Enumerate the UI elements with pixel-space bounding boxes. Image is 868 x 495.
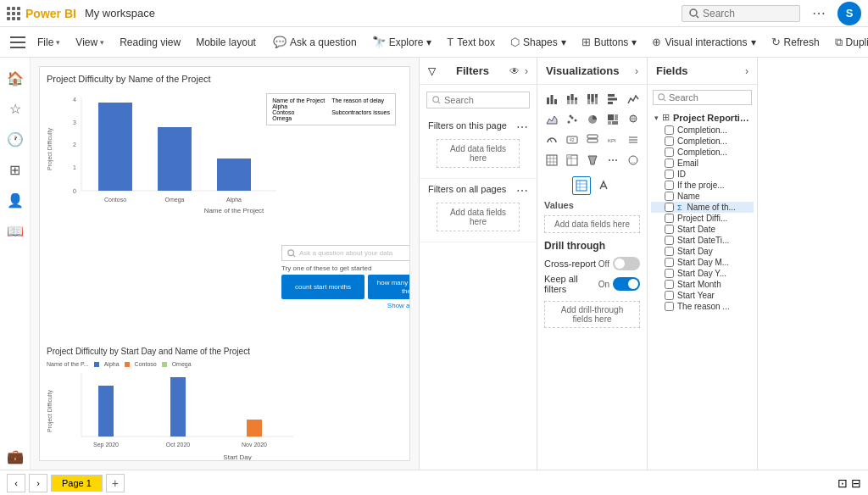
viz-area-chart-icon[interactable] <box>542 110 561 129</box>
field-item-if-project[interactable]: If the proje... <box>651 180 754 191</box>
field-name-checkbox[interactable] <box>665 192 674 201</box>
viz-100-stacked-bar-icon[interactable] <box>583 90 602 108</box>
filters-this-page-more-icon[interactable]: ⋯ <box>516 120 528 134</box>
viz-custom-icon[interactable]: ... <box>624 151 643 170</box>
visual-interactions-action[interactable]: ⊕ Visual interactions ▾ <box>645 32 762 52</box>
sidebar-workspace-icon[interactable]: 💼 <box>2 442 29 470</box>
zoom-out-button[interactable]: ⊟ <box>851 476 861 490</box>
filters-search-input[interactable] <box>444 95 520 105</box>
sidebar-learn-icon[interactable]: 📖 <box>2 217 29 244</box>
viz-more-icon[interactable] <box>604 151 622 170</box>
viz-horiz-bar-icon[interactable] <box>604 90 622 108</box>
viz-bar-chart-icon[interactable] <box>542 90 561 108</box>
field-item-name[interactable]: Name <box>651 191 754 202</box>
sidebar-recent-icon[interactable]: 🕐 <box>2 125 29 153</box>
ask-question-action[interactable]: 💬 Ask a question <box>266 32 364 52</box>
field-item-start-month[interactable]: Start Month <box>651 279 754 290</box>
qa-input-box[interactable]: Ask a question about your data ⛶ <box>281 245 410 261</box>
app-grid-icon[interactable] <box>7 7 20 20</box>
field-start-day-checkbox[interactable] <box>665 247 674 256</box>
filters-expand-icon[interactable]: › <box>525 65 528 77</box>
field-start-day-y-checkbox[interactable] <box>665 269 674 278</box>
field-start-month-checkbox[interactable] <box>665 280 674 289</box>
file-menu[interactable]: File ▾ <box>31 33 67 52</box>
field-item-completion3[interactable]: Completion... <box>651 147 754 158</box>
viz-slicer-icon[interactable] <box>624 131 643 149</box>
buttons-action[interactable]: ⊞ Buttons ▾ <box>575 32 644 52</box>
fields-group-header[interactable]: ▾ ⊞ Project Reporting... <box>651 110 754 125</box>
hamburger-button[interactable] <box>7 31 29 54</box>
filters-search[interactable] <box>426 92 530 108</box>
field-item-start-day[interactable]: Start Day <box>651 246 754 257</box>
viz-treemap-icon[interactable] <box>604 110 622 129</box>
drill-add-fields-button[interactable]: Add drill-through fields here <box>544 301 640 328</box>
explore-action[interactable]: 🔭 Explore ▾ <box>365 32 439 52</box>
field-name-of-th-checkbox[interactable] <box>665 203 674 212</box>
refresh-action[interactable]: ↻ Refresh <box>765 32 826 52</box>
add-page-button[interactable]: + <box>106 474 125 492</box>
sidebar-favorites-icon[interactable]: ☆ <box>2 95 29 122</box>
viz-card-icon[interactable]: 42 <box>563 131 581 149</box>
sidebar-shared-icon[interactable]: 👤 <box>2 186 29 214</box>
page1-tab[interactable]: Page 1 <box>51 475 103 492</box>
field-start-datetime-checkbox[interactable] <box>665 236 674 245</box>
field-project-diffi-checkbox[interactable] <box>665 214 674 223</box>
search-input[interactable] <box>703 8 779 19</box>
viz-map-icon[interactable] <box>624 110 643 129</box>
shapes-action[interactable]: ⬡ Shapes ▾ <box>504 32 573 52</box>
filters-all-pages-more-icon[interactable]: ⋯ <box>516 184 528 197</box>
fields-search[interactable] <box>653 90 752 105</box>
cross-report-toggle[interactable] <box>613 257 640 270</box>
field-item-start-date[interactable]: Start Date <box>651 224 754 235</box>
fit-to-page-button[interactable]: ⊡ <box>837 476 848 490</box>
viz-pie-chart-icon[interactable] <box>583 110 602 129</box>
keep-filters-toggle[interactable] <box>613 277 640 291</box>
more-options-button[interactable]: ⋯ <box>807 2 831 25</box>
viz-expand-icon[interactable]: › <box>635 65 638 77</box>
field-item-name-of-th[interactable]: Σ Name of th... <box>651 202 754 213</box>
viz-add-values-button[interactable]: Add data fields here <box>544 215 640 233</box>
fields-expand-icon[interactable]: › <box>745 65 748 77</box>
field-item-id[interactable]: ID <box>651 169 754 180</box>
viz-table-icon[interactable] <box>542 151 561 170</box>
field-item-start-day-y[interactable]: Start Day Y... <box>651 268 754 279</box>
filters-this-page-add-button[interactable]: Add data fields here <box>437 139 520 168</box>
field-item-start-year[interactable]: Start Year <box>651 290 754 301</box>
page-next-button[interactable]: › <box>29 474 47 492</box>
field-email-checkbox[interactable] <box>665 159 674 168</box>
field-item-completion2[interactable]: Completion... <box>651 136 754 147</box>
sidebar-home-icon[interactable]: 🏠 <box>2 64 29 92</box>
viz-table2-icon[interactable] <box>572 176 591 195</box>
duplicate-page-action[interactable]: ⧉ Duplicate this page <box>828 32 868 53</box>
field-item-start-datetime[interactable]: Start DateTi... <box>651 235 754 246</box>
viz-format-icon[interactable] <box>594 176 613 195</box>
user-avatar[interactable]: S <box>837 2 861 25</box>
viz-multirow-card-icon[interactable] <box>583 131 602 149</box>
viz-kpi-icon[interactable]: KPI <box>604 131 622 149</box>
field-completion2-checkbox[interactable] <box>665 136 674 146</box>
reading-view-menu[interactable]: Reading view <box>113 33 187 52</box>
field-start-day-m-checkbox[interactable] <box>665 258 674 267</box>
filters-all-pages-add-button[interactable]: Add data fields here <box>437 203 520 231</box>
field-item-project-diffi[interactable]: Project Diffi... <box>651 213 754 224</box>
field-completion3-checkbox[interactable] <box>665 147 674 157</box>
field-item-start-day-m[interactable]: Start Day M... <box>651 257 754 268</box>
viz-line-chart-icon[interactable] <box>624 90 643 108</box>
suggestion2-button[interactable]: how many names are there <box>368 275 410 299</box>
page-prev-button[interactable]: ‹ <box>7 474 25 492</box>
viz-gauge-icon[interactable] <box>542 131 561 149</box>
field-start-date-checkbox[interactable] <box>665 225 674 234</box>
fields-search-input[interactable] <box>669 92 737 103</box>
field-id-checkbox[interactable] <box>665 170 674 179</box>
filters-hide-icon[interactable]: 👁 <box>509 65 520 77</box>
mobile-layout-menu[interactable]: Mobile layout <box>189 33 263 52</box>
text-box-action[interactable]: T Text box <box>440 32 502 52</box>
viz-matrix-icon[interactable] <box>563 151 581 170</box>
field-item-email[interactable]: Email <box>651 158 754 169</box>
top-search-box[interactable] <box>682 5 800 22</box>
suggestion1-button[interactable]: count start months <box>281 275 364 299</box>
view-menu[interactable]: View ▾ <box>69 33 111 52</box>
viz-scatter-icon[interactable] <box>563 110 581 129</box>
show-all-suggestions[interactable]: Show all suggestions <box>281 302 410 309</box>
field-item-completion1[interactable]: Completion... <box>651 125 754 136</box>
